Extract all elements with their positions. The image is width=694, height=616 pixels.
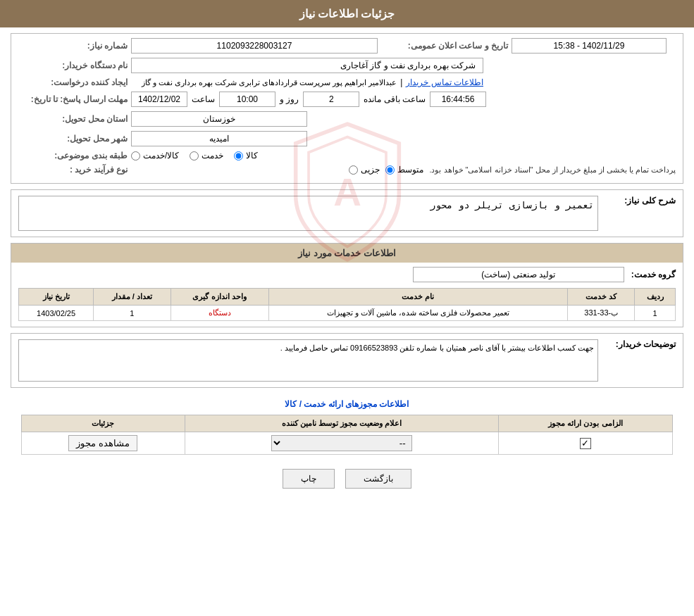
- license-col-status: اعلام وضعیت مجوز توسط نامین کننده: [185, 415, 498, 432]
- buyer-notes-label: توضیحات خریدار:: [605, 339, 676, 349]
- need-number-value: 1102093228003127: [131, 38, 378, 54]
- city-label: شهر محل تحویل:: [18, 134, 131, 144]
- services-section-header: اطلاعات خدمات مورد نیاز: [11, 244, 683, 263]
- buyer-notes-value: جهت کسب اطلاعات بیشتر با آقای ناصر همتیا…: [18, 339, 598, 382]
- buyer-name-value: شرکت بهره برداری نفت و گاز آغاجاری: [131, 58, 483, 73]
- creator-value: عبدالامیر ابراهیم پور سرپرست قراردادهای …: [142, 78, 397, 87]
- category-kala-option[interactable]: کالا: [234, 151, 258, 161]
- service-group-value: تولید صنعتی (ساخت): [413, 267, 624, 282]
- need-description-label: شرح کلی نیاز:: [605, 196, 676, 206]
- response-time-value: 10:00: [219, 92, 275, 107]
- buyer-name-label: نام دستگاه خریدار:: [18, 61, 131, 70]
- col-name: نام خدمت: [268, 289, 568, 306]
- response-days-label: روز و: [280, 94, 299, 104]
- creator-label: ایجاد کننده درخواست:: [18, 77, 131, 87]
- col-qty: تعداد / مقدار: [94, 289, 171, 306]
- col-date: تاریخ نیاز: [19, 289, 94, 306]
- city-value: امیدیه: [131, 131, 307, 146]
- license-section-header[interactable]: اطلاعات مجوزهای ارائه خدمت / کالا: [11, 394, 683, 415]
- category-label: طبقه بندی موضوعی:: [18, 151, 131, 161]
- purchase-type-note: پرداخت تمام یا بخشی از مبلغ خریدار از مح…: [429, 165, 676, 175]
- cell-name: تعمیر محصولات فلزی ساخته شده، ماشین آلات…: [268, 306, 568, 321]
- cell-date: 1403/02/25: [19, 306, 94, 321]
- response-deadline-label: مهلت ارسال پاسخ: تا تاریخ:: [18, 94, 131, 104]
- response-remaining-label: ساعت باقی مانده: [364, 94, 426, 104]
- license-required-cell: ✓: [498, 432, 672, 455]
- license-table-row: ✓ -- مشاهده مجوز: [22, 432, 673, 455]
- response-days-value: 2: [303, 92, 359, 107]
- province-value: خوزستان: [131, 111, 307, 127]
- response-time-label: ساعت: [192, 94, 215, 104]
- cell-qty: 1: [94, 306, 171, 321]
- cell-row: 1: [635, 306, 676, 321]
- response-remaining-value: 16:44:56: [430, 92, 486, 107]
- license-col-details: جزئیات: [22, 415, 185, 432]
- print-button[interactable]: چاپ: [283, 469, 335, 489]
- category-khedmat-option[interactable]: خدمت: [190, 151, 223, 161]
- response-date-value: 1402/12/02: [131, 92, 187, 107]
- need-description-textarea[interactable]: [18, 196, 598, 231]
- purchase-type-intermediate[interactable]: متوسط: [385, 165, 423, 175]
- col-unit: واحد اندازه گیری: [171, 289, 268, 306]
- license-table: الزامی بودن ارائه مجوز اعلام وضعیت مجوز …: [21, 415, 673, 455]
- license-col-required: الزامی بودن ارائه مجوز: [498, 415, 672, 432]
- table-row: 1 ب-33-331 تعمیر محصولات فلزی ساخته شده،…: [19, 306, 676, 321]
- services-table: ردیف کد خدمت نام خدمت واحد اندازه گیری ت…: [18, 288, 676, 321]
- cell-code: ب-33-331: [568, 306, 635, 321]
- license-status-cell[interactable]: --: [185, 432, 498, 455]
- announcement-date-value: 1402/11/29 - 15:38: [512, 38, 667, 54]
- col-code: کد خدمت: [568, 289, 635, 306]
- province-label: استان محل تحویل:: [18, 114, 131, 124]
- purchase-type-small[interactable]: جزیی: [349, 165, 380, 175]
- purchase-type-label: نوع فرآیند خرید :: [18, 165, 131, 175]
- creator-contact-link[interactable]: اطلاعات تماس خریدار: [406, 77, 483, 87]
- license-details-cell[interactable]: مشاهده مجوز: [22, 432, 185, 455]
- col-row: ردیف: [635, 289, 676, 306]
- announcement-date-label: تاریخ و ساعت اعلان عمومی:: [399, 41, 512, 51]
- cell-unit[interactable]: دستگاه: [171, 306, 268, 321]
- back-button[interactable]: بازگشت: [345, 469, 411, 489]
- need-number-label: شماره نیاز:: [18, 41, 131, 51]
- view-license-btn[interactable]: مشاهده مجوز: [68, 435, 137, 451]
- page-title: جزئیات اطلاعات نیاز: [0, 0, 694, 27]
- service-group-label: گروه خدمت:: [631, 270, 676, 279]
- category-kala-khedmat-option[interactable]: کالا/خدمت: [131, 151, 179, 161]
